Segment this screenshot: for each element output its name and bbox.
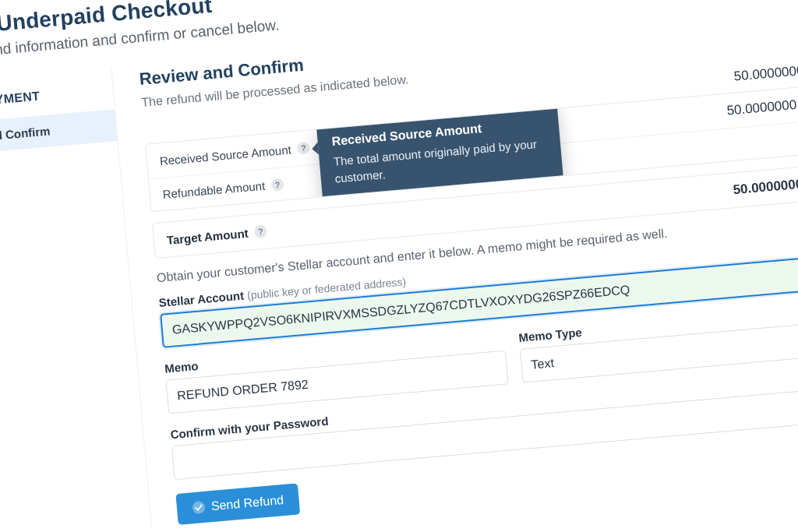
memo-type-value: Text bbox=[531, 356, 555, 372]
main: Review and Confirm The refund will be pr… bbox=[111, 5, 798, 527]
target-value: 50.0000000 XLM bbox=[733, 173, 798, 197]
help-icon[interactable]: ? bbox=[270, 178, 284, 191]
received-value: 50.0000000 XLM bbox=[726, 94, 798, 118]
help-icon[interactable]: ? bbox=[254, 224, 267, 238]
target-label: Target Amount bbox=[166, 226, 249, 246]
field-memo: Memo bbox=[164, 332, 509, 414]
help-icon[interactable]: ? bbox=[297, 141, 310, 154]
refundable-label: Refundable Amount bbox=[162, 178, 266, 200]
received-label: Received Source Amount bbox=[159, 143, 291, 167]
check-circle-icon bbox=[192, 500, 205, 513]
send-refund-label: Send Refund bbox=[210, 493, 284, 513]
send-refund-button[interactable]: Send Refund bbox=[175, 483, 300, 525]
tooltip-received-source: Received Source Amount The total amount … bbox=[316, 104, 563, 200]
